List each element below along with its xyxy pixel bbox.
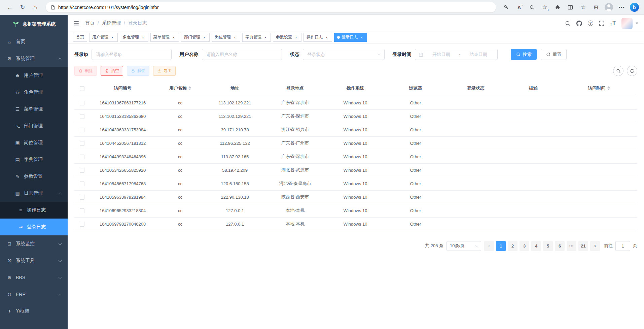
address-bar[interactable]: https://ccnetcore.com:1101/system/log/lo… (46, 2, 496, 12)
tab-close-icon[interactable] (294, 35, 298, 40)
page-size-select[interactable]: 10条/页 (446, 241, 481, 251)
page-number[interactable]: ••• (567, 241, 576, 251)
cell-status (445, 109, 506, 123)
split-screen-icon[interactable] (565, 2, 576, 13)
refresh-table-icon[interactable] (627, 66, 637, 76)
avatar[interactable] (621, 18, 633, 29)
tab-close-icon[interactable] (202, 35, 207, 40)
row-checkbox[interactable] (80, 141, 84, 146)
prev-page-button[interactable] (484, 241, 494, 251)
sidebar-item[interactable]: 首页 (0, 33, 68, 50)
browser-refresh-icon[interactable] (17, 2, 28, 13)
tab[interactable]: 首页 (73, 33, 87, 42)
row-checkbox[interactable] (80, 168, 84, 173)
tab[interactable]: 登录日志 (334, 33, 367, 42)
favorites-icon[interactable] (577, 2, 589, 13)
row-checkbox[interactable] (80, 101, 84, 105)
breadcrumb-item[interactable]: 首页 (85, 20, 102, 26)
tab[interactable]: 部门管理 (181, 33, 210, 42)
row-checkbox[interactable] (80, 155, 84, 159)
hamburger-icon[interactable] (73, 20, 79, 26)
username-input[interactable] (202, 49, 282, 60)
row-checkbox[interactable] (80, 195, 84, 200)
next-page-button[interactable] (590, 241, 600, 251)
page-number[interactable]: 21 (578, 241, 588, 251)
sort-carets-icon[interactable] (607, 86, 610, 90)
tab[interactable]: 用户管理 (89, 33, 118, 42)
fullscreen-icon[interactable] (599, 21, 604, 26)
row-checkbox[interactable] (80, 182, 84, 186)
reset-button[interactable]: 重置 (541, 49, 567, 60)
browser-profile-icon[interactable] (603, 2, 614, 13)
tab-close-icon[interactable] (110, 35, 115, 40)
toggle-search-icon[interactable] (613, 66, 623, 76)
page-number[interactable]: 5 (543, 241, 553, 251)
login-ip-input[interactable] (92, 49, 172, 60)
sidebar-item[interactable]: 参数设置 (0, 168, 68, 185)
page-number[interactable]: 6 (555, 241, 565, 251)
sidebar-item[interactable]: 菜单管理 (0, 101, 68, 118)
sidebar-item[interactable]: 字典管理 (0, 151, 68, 168)
sidebar-item[interactable]: 用户管理 (0, 67, 68, 84)
sidebar-item[interactable]: Yi框架 (0, 303, 68, 320)
breadcrumb-item[interactable]: 系统管理 (102, 20, 128, 26)
password-key-icon[interactable] (501, 2, 512, 13)
page-number[interactable]: 2 (508, 241, 517, 251)
sidebar-item[interactable]: 登录日志 (0, 219, 68, 235)
tab[interactable]: 岗位管理 (212, 33, 240, 42)
clean-button[interactable]: 清空 (101, 66, 123, 76)
sidebar-item[interactable]: ERP (0, 286, 68, 303)
collections-icon[interactable] (590, 2, 602, 13)
sidebar-item[interactable]: 日志管理 (0, 185, 68, 202)
row-checkbox[interactable] (80, 114, 84, 119)
goto-page-input[interactable] (615, 241, 630, 251)
tab-close-icon[interactable] (171, 35, 176, 40)
github-icon[interactable] (576, 21, 582, 26)
sidebar-item[interactable]: BBS (0, 269, 68, 286)
read-aloud-icon[interactable] (513, 2, 525, 13)
page-number[interactable]: 4 (531, 241, 541, 251)
page-number[interactable]: 1 (496, 241, 506, 251)
tab[interactable]: 字典管理 (242, 33, 271, 42)
search-button[interactable]: 搜索 (511, 49, 537, 60)
help-icon[interactable] (588, 21, 593, 26)
favorite-add-icon[interactable] (539, 2, 550, 13)
row-checkbox[interactable] (80, 208, 84, 213)
tab[interactable]: 角色管理 (120, 33, 148, 42)
sidebar-item[interactable]: 系统工具 (0, 252, 68, 269)
zoom-icon[interactable] (526, 2, 538, 13)
search-icon[interactable] (565, 21, 571, 26)
extensions-icon[interactable] (552, 2, 563, 13)
unlock-button[interactable]: 解锁 (127, 66, 149, 76)
breadcrumb-item[interactable]: 登录日志 (128, 20, 147, 26)
font-size-icon[interactable] (610, 20, 616, 26)
status-select[interactable]: 登录状态 (303, 49, 385, 60)
sidebar-item[interactable]: 操作日志 (0, 202, 68, 219)
tab[interactable]: 参数设置 (273, 33, 301, 42)
sidebar-item[interactable]: 系统监控 (0, 235, 68, 252)
app-logo[interactable]: 意框架管理系统 (0, 15, 68, 33)
export-button[interactable]: 导出 (153, 66, 176, 76)
select-all-checkbox[interactable] (80, 86, 84, 91)
sort-carets-icon[interactable] (188, 86, 191, 90)
row-checkbox[interactable] (80, 222, 84, 227)
row-checkbox[interactable] (80, 128, 84, 132)
browser-home-icon[interactable] (30, 2, 41, 13)
sidebar-item[interactable]: 角色管理 (0, 84, 68, 101)
tab-close-icon[interactable] (324, 35, 329, 40)
tab[interactable]: 菜单管理 (150, 33, 179, 42)
tab[interactable]: 操作日志 (303, 33, 332, 42)
page-number[interactable]: 3 (520, 241, 529, 251)
sidebar-item[interactable]: 部门管理 (0, 118, 68, 134)
date-range-picker[interactable]: 开始日期 - 结束日期 (415, 49, 498, 60)
tab-close-icon[interactable] (359, 35, 364, 40)
tab-close-icon[interactable] (263, 35, 268, 40)
browser-menu-icon[interactable] (616, 2, 627, 13)
browser-back-icon[interactable] (4, 2, 15, 13)
tab-close-icon[interactable] (141, 35, 145, 40)
sidebar-item[interactable]: 系统管理 (0, 50, 68, 67)
sidebar-item[interactable]: 岗位管理 (0, 134, 68, 151)
copilot-icon[interactable] (629, 2, 640, 13)
tab-close-icon[interactable] (232, 35, 237, 40)
delete-button[interactable]: 删除 (74, 66, 97, 76)
